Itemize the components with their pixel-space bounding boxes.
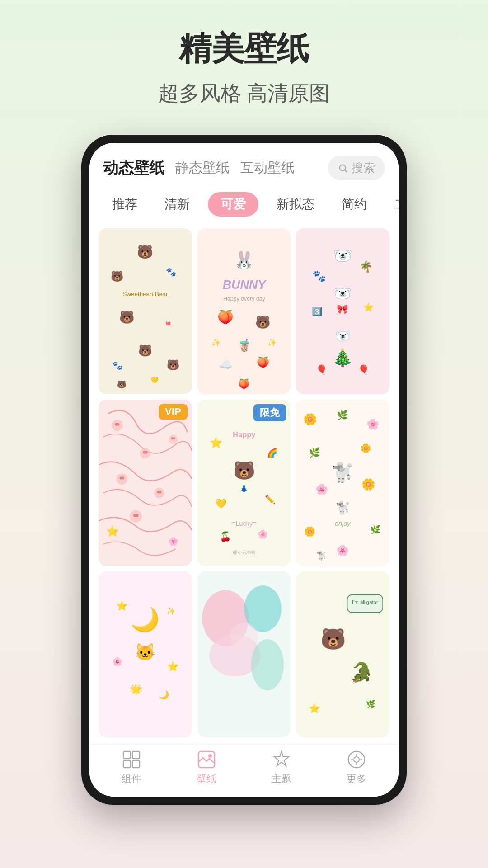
phone-screen: 动态壁纸 静态壁纸 互动壁纸 搜索 推荐 清新 可爱 新拟态 简约 二次元 — [89, 143, 399, 797]
svg-text:🌿: 🌿 — [370, 525, 381, 535]
svg-rect-108 — [123, 751, 131, 759]
svg-text:🍬: 🍬 — [163, 317, 174, 329]
svg-text:🐻‍❄️: 🐻‍❄️ — [334, 285, 352, 302]
svg-text:👗: 👗 — [240, 485, 249, 493]
nav-label-widget: 组件 — [122, 772, 141, 786]
svg-text:🐾: 🐾 — [313, 269, 327, 283]
svg-text:🐱: 🐱 — [135, 642, 156, 662]
svg-text:🌿: 🌿 — [337, 410, 349, 421]
svg-text:💛: 💛 — [150, 376, 159, 384]
svg-text:🌸: 🌸 — [112, 656, 123, 667]
svg-text:🌸: 🌸 — [315, 483, 328, 496]
svg-text:🐊: 🐊 — [350, 661, 373, 684]
svg-text:🐾: 🐾 — [112, 360, 123, 371]
svg-point-41 — [117, 423, 119, 426]
svg-text:🧋: 🧋 — [236, 338, 252, 353]
svg-text:🐻: 🐻 — [167, 359, 180, 371]
nav-item-theme[interactable]: 主题 — [272, 750, 291, 786]
search-button[interactable]: 搜索 — [328, 156, 385, 180]
svg-text:🌼: 🌼 — [361, 443, 372, 453]
svg-text:Sweetheart Bear: Sweetheart Bear — [122, 291, 168, 297]
svg-point-50 — [122, 477, 124, 480]
search-icon — [338, 163, 348, 173]
wallpaper-card-3[interactable]: 🐻‍❄️ 🐾 🌴 🐻‍❄️ 🎀 3️⃣ ⭐ 🐻‍❄️ 🎄 🎈 🎈 — [296, 228, 389, 394]
cat-neumorphism[interactable]: 新拟态 — [267, 192, 324, 217]
nav-item-widget[interactable]: 组件 — [122, 750, 141, 786]
wallpaper-card-1[interactable]: 🐻 🐻 🐾 Sweetheart Bear 🐻 🍬 🐻 🐾 🐻 💛 🐻 — [99, 228, 192, 394]
svg-point-113 — [208, 754, 212, 758]
svg-text:=Lucky=: =Lucky= — [232, 520, 257, 527]
wallpaper-card-7[interactable]: 🌙 🐱 ⭐ ✨ 🌸 ⭐ 🌟 🌙 — [99, 571, 192, 737]
wallpaper-card-2[interactable]: 🐰 BUNNY Happy every day 🍑 🐻 🧋 ☁️ 🍑 🍑 ✨ ✨ — [197, 228, 291, 394]
svg-text:🌸: 🌸 — [168, 536, 179, 547]
svg-text:3️⃣: 3️⃣ — [312, 307, 323, 317]
svg-point-44 — [145, 451, 147, 454]
svg-text:🐾: 🐾 — [166, 267, 177, 277]
svg-point-56 — [135, 514, 138, 517]
svg-point-45 — [169, 435, 178, 444]
svg-text:🐻: 🐻 — [255, 315, 271, 330]
svg-point-118 — [356, 763, 357, 765]
svg-text:✨: ✨ — [267, 338, 277, 347]
svg-text:✨: ✨ — [211, 338, 221, 347]
svg-text:⭐: ⭐ — [116, 599, 128, 611]
svg-text:🍑: 🍑 — [238, 378, 250, 390]
svg-text:🐻: 🐻 — [233, 460, 255, 481]
cat-fresh[interactable]: 清新 — [155, 192, 199, 217]
svg-marker-114 — [274, 751, 289, 766]
wallpaper-card-5[interactable]: 限免 Happy 🐻 👗 ⭐ 🌈 💛 ✏️ =Lucky= 🍒 🌸 — [197, 400, 291, 566]
svg-point-47 — [173, 437, 175, 439]
svg-text:🐩: 🐩 — [317, 550, 328, 561]
svg-text:🎄: 🎄 — [333, 348, 354, 368]
svg-text:🌴: 🌴 — [360, 260, 373, 273]
svg-text:🐻: 🐻 — [137, 244, 154, 260]
svg-text:🌿: 🌿 — [309, 447, 321, 458]
svg-text:🌼: 🌼 — [304, 526, 316, 538]
nav-tab-static[interactable]: 静态壁纸 — [175, 157, 230, 179]
svg-text:🐻: 🐻 — [111, 270, 124, 283]
wallpaper-card-4[interactable]: VIP — [99, 400, 192, 566]
cat-anime[interactable]: 二次元 — [385, 192, 399, 217]
svg-text:✏️: ✏️ — [264, 494, 275, 505]
wallpaper-card-8[interactable] — [197, 571, 291, 737]
wallpaper-card-9[interactable]: 🐻 I'm alligator 🐊 ⭐ 🌿 — [296, 571, 389, 737]
svg-line-1 — [345, 170, 347, 172]
svg-text:💛: 💛 — [215, 498, 226, 510]
svg-text:@小花布哈: @小花布哈 — [233, 550, 255, 555]
svg-text:I'm alligator: I'm alligator — [352, 599, 378, 605]
svg-text:⭐: ⭐ — [363, 302, 374, 312]
svg-point-116 — [354, 757, 359, 762]
svg-text:🌿: 🌿 — [366, 699, 375, 709]
cat-recommend[interactable]: 推荐 — [103, 192, 146, 217]
svg-text:🐩: 🐩 — [331, 462, 355, 484]
svg-rect-111 — [132, 760, 140, 768]
svg-point-53 — [159, 491, 161, 494]
svg-rect-109 — [132, 751, 140, 759]
nav-label-wallpaper: 壁纸 — [197, 772, 216, 786]
wallpaper-icon — [197, 750, 216, 769]
wallpaper-card-6[interactable]: 🌼 🌿 🌸 🌼 🌿 🐩 🌸 🌼 🐩 enjoy 🌼 🌿 — [296, 400, 389, 566]
page-subtitle: 超多风格 高清原图 — [158, 80, 330, 108]
svg-text:🎈: 🎈 — [316, 364, 328, 376]
widget-icon — [122, 750, 141, 769]
header-nav: 动态壁纸 静态壁纸 互动壁纸 搜索 — [89, 143, 399, 188]
nav-item-wallpaper[interactable]: 壁纸 — [197, 750, 216, 786]
cat-cute[interactable]: 可爱 — [208, 192, 258, 217]
nav-item-more[interactable]: 更多 — [347, 750, 366, 786]
phone-frame: 动态壁纸 静态壁纸 互动壁纸 搜索 推荐 清新 可爱 新拟态 简约 二次元 — [81, 135, 407, 805]
svg-text:⭐: ⭐ — [210, 437, 223, 449]
svg-point-119 — [351, 759, 353, 760]
svg-text:🎀: 🎀 — [337, 303, 349, 315]
cat-simple[interactable]: 简约 — [333, 192, 376, 217]
svg-text:🐻: 🐻 — [138, 344, 152, 358]
svg-rect-59 — [197, 400, 291, 566]
nav-tab-interactive[interactable]: 互动壁纸 — [240, 157, 295, 179]
nav-tab-dynamic[interactable]: 动态壁纸 — [103, 156, 164, 180]
svg-text:🌼: 🌼 — [303, 413, 317, 426]
svg-text:BUNNY: BUNNY — [222, 278, 266, 292]
limit-badge: 限免 — [253, 404, 286, 421]
page-title: 精美壁纸 — [179, 27, 309, 71]
more-icon — [347, 750, 366, 769]
svg-text:🍑: 🍑 — [217, 309, 234, 325]
svg-text:🌸: 🌸 — [367, 418, 380, 430]
